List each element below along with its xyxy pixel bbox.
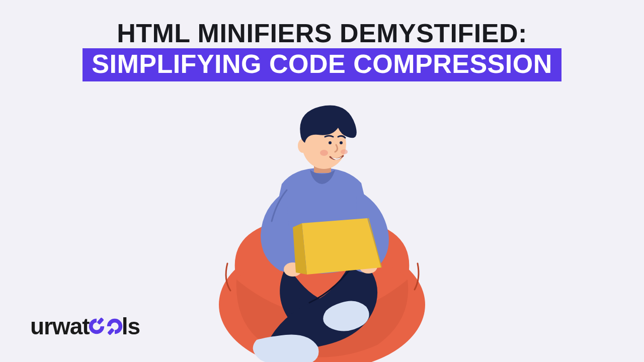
svg-point-5 [329,141,332,144]
brand-logo: urwat ls [30,313,140,340]
svg-rect-11 [97,317,104,325]
logo-tool-icon [88,317,124,336]
headline-line-2: SIMPLIFYING CODE COMPRESSION [83,48,561,81]
svg-point-7 [320,150,328,156]
logo-suffix: ls [122,313,140,340]
illustration-person-laptop [206,104,438,362]
svg-point-6 [340,141,343,144]
logo-prefix: urwat [30,313,90,340]
headline: HTML MINIFIERS DEMYSTIFIED: SIMPLIFYING … [0,19,644,81]
svg-point-8 [341,149,348,154]
svg-rect-12 [107,328,115,335]
headline-line-1: HTML MINIFIERS DEMYSTIFIED: [0,19,644,47]
